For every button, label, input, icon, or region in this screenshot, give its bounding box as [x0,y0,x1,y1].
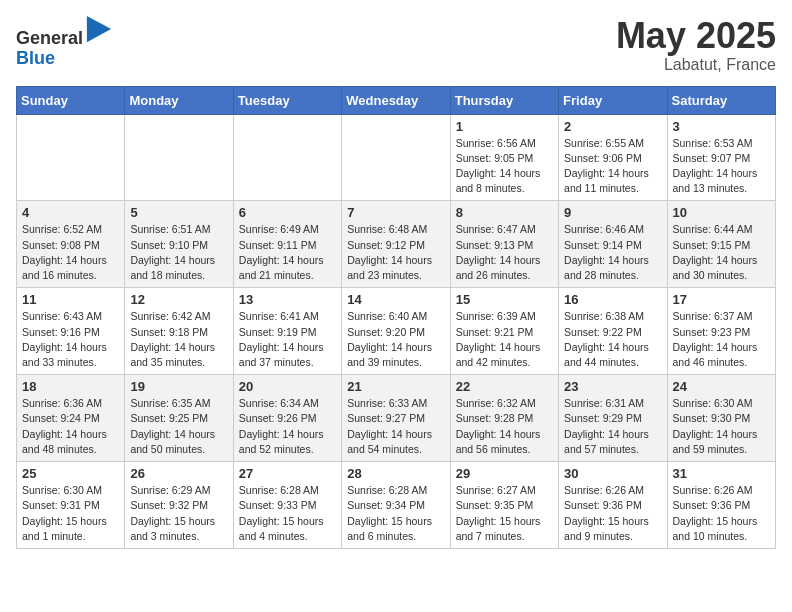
day-header-monday: Monday [125,86,233,114]
day-info: Sunrise: 6:29 AMSunset: 9:32 PMDaylight:… [130,483,227,544]
calendar-cell: 29Sunrise: 6:27 AMSunset: 9:35 PMDayligh… [450,462,558,549]
day-number: 22 [456,379,553,394]
calendar-cell: 21Sunrise: 6:33 AMSunset: 9:27 PMDayligh… [342,375,450,462]
month-title: May 2025 [616,16,776,56]
calendar-week-3: 11Sunrise: 6:43 AMSunset: 9:16 PMDayligh… [17,288,776,375]
calendar-cell: 8Sunrise: 6:47 AMSunset: 9:13 PMDaylight… [450,201,558,288]
day-info: Sunrise: 6:28 AMSunset: 9:34 PMDaylight:… [347,483,444,544]
day-number: 16 [564,292,661,307]
day-number: 24 [673,379,770,394]
calendar-week-2: 4Sunrise: 6:52 AMSunset: 9:08 PMDaylight… [17,201,776,288]
day-info: Sunrise: 6:30 AMSunset: 9:30 PMDaylight:… [673,396,770,457]
day-info: Sunrise: 6:32 AMSunset: 9:28 PMDaylight:… [456,396,553,457]
day-info: Sunrise: 6:44 AMSunset: 9:15 PMDaylight:… [673,222,770,283]
day-info: Sunrise: 6:47 AMSunset: 9:13 PMDaylight:… [456,222,553,283]
day-number: 4 [22,205,119,220]
day-info: Sunrise: 6:37 AMSunset: 9:23 PMDaylight:… [673,309,770,370]
day-number: 29 [456,466,553,481]
calendar-cell: 9Sunrise: 6:46 AMSunset: 9:14 PMDaylight… [559,201,667,288]
calendar-week-4: 18Sunrise: 6:36 AMSunset: 9:24 PMDayligh… [17,375,776,462]
calendar-cell [233,114,341,201]
day-number: 17 [673,292,770,307]
calendar-cell [342,114,450,201]
day-info: Sunrise: 6:52 AMSunset: 9:08 PMDaylight:… [22,222,119,283]
logo: General Blue [16,16,113,69]
calendar-cell: 10Sunrise: 6:44 AMSunset: 9:15 PMDayligh… [667,201,775,288]
calendar-cell: 2Sunrise: 6:55 AMSunset: 9:06 PMDaylight… [559,114,667,201]
day-number: 9 [564,205,661,220]
logo-blue-text: Blue [16,48,55,68]
calendar-cell: 27Sunrise: 6:28 AMSunset: 9:33 PMDayligh… [233,462,341,549]
day-info: Sunrise: 6:27 AMSunset: 9:35 PMDaylight:… [456,483,553,544]
calendar-cell: 11Sunrise: 6:43 AMSunset: 9:16 PMDayligh… [17,288,125,375]
day-number: 8 [456,205,553,220]
calendar-cell: 5Sunrise: 6:51 AMSunset: 9:10 PMDaylight… [125,201,233,288]
calendar-cell: 26Sunrise: 6:29 AMSunset: 9:32 PMDayligh… [125,462,233,549]
day-info: Sunrise: 6:46 AMSunset: 9:14 PMDaylight:… [564,222,661,283]
day-info: Sunrise: 6:48 AMSunset: 9:12 PMDaylight:… [347,222,444,283]
calendar-cell: 24Sunrise: 6:30 AMSunset: 9:30 PMDayligh… [667,375,775,462]
day-info: Sunrise: 6:38 AMSunset: 9:22 PMDaylight:… [564,309,661,370]
calendar-cell: 6Sunrise: 6:49 AMSunset: 9:11 PMDaylight… [233,201,341,288]
calendar-cell [17,114,125,201]
day-info: Sunrise: 6:53 AMSunset: 9:07 PMDaylight:… [673,136,770,197]
day-info: Sunrise: 6:49 AMSunset: 9:11 PMDaylight:… [239,222,336,283]
calendar-cell: 16Sunrise: 6:38 AMSunset: 9:22 PMDayligh… [559,288,667,375]
day-info: Sunrise: 6:30 AMSunset: 9:31 PMDaylight:… [22,483,119,544]
calendar-cell: 4Sunrise: 6:52 AMSunset: 9:08 PMDaylight… [17,201,125,288]
day-header-sunday: Sunday [17,86,125,114]
day-number: 11 [22,292,119,307]
calendar-week-5: 25Sunrise: 6:30 AMSunset: 9:31 PMDayligh… [17,462,776,549]
day-number: 5 [130,205,227,220]
day-number: 26 [130,466,227,481]
day-number: 18 [22,379,119,394]
day-info: Sunrise: 6:26 AMSunset: 9:36 PMDaylight:… [564,483,661,544]
calendar-table: SundayMondayTuesdayWednesdayThursdayFrid… [16,86,776,549]
calendar-cell: 18Sunrise: 6:36 AMSunset: 9:24 PMDayligh… [17,375,125,462]
day-header-saturday: Saturday [667,86,775,114]
day-header-wednesday: Wednesday [342,86,450,114]
day-header-friday: Friday [559,86,667,114]
day-header-thursday: Thursday [450,86,558,114]
day-info: Sunrise: 6:40 AMSunset: 9:20 PMDaylight:… [347,309,444,370]
calendar-cell: 3Sunrise: 6:53 AMSunset: 9:07 PMDaylight… [667,114,775,201]
logo-icon [85,16,113,44]
day-number: 7 [347,205,444,220]
calendar-week-1: 1Sunrise: 6:56 AMSunset: 9:05 PMDaylight… [17,114,776,201]
day-info: Sunrise: 6:28 AMSunset: 9:33 PMDaylight:… [239,483,336,544]
calendar-header-row: SundayMondayTuesdayWednesdayThursdayFrid… [17,86,776,114]
day-header-tuesday: Tuesday [233,86,341,114]
day-info: Sunrise: 6:33 AMSunset: 9:27 PMDaylight:… [347,396,444,457]
calendar-cell: 31Sunrise: 6:26 AMSunset: 9:36 PMDayligh… [667,462,775,549]
day-info: Sunrise: 6:42 AMSunset: 9:18 PMDaylight:… [130,309,227,370]
day-number: 2 [564,119,661,134]
day-number: 27 [239,466,336,481]
day-number: 23 [564,379,661,394]
day-number: 19 [130,379,227,394]
calendar-cell: 17Sunrise: 6:37 AMSunset: 9:23 PMDayligh… [667,288,775,375]
calendar-cell: 22Sunrise: 6:32 AMSunset: 9:28 PMDayligh… [450,375,558,462]
page-header: General Blue May 2025 Labatut, France [16,16,776,74]
day-info: Sunrise: 6:56 AMSunset: 9:05 PMDaylight:… [456,136,553,197]
day-number: 10 [673,205,770,220]
logo-general-text: General [16,28,83,48]
day-info: Sunrise: 6:51 AMSunset: 9:10 PMDaylight:… [130,222,227,283]
day-number: 1 [456,119,553,134]
calendar-cell: 25Sunrise: 6:30 AMSunset: 9:31 PMDayligh… [17,462,125,549]
day-info: Sunrise: 6:36 AMSunset: 9:24 PMDaylight:… [22,396,119,457]
day-info: Sunrise: 6:43 AMSunset: 9:16 PMDaylight:… [22,309,119,370]
calendar-cell: 28Sunrise: 6:28 AMSunset: 9:34 PMDayligh… [342,462,450,549]
location-title: Labatut, France [616,56,776,74]
title-block: May 2025 Labatut, France [616,16,776,74]
calendar-cell: 19Sunrise: 6:35 AMSunset: 9:25 PMDayligh… [125,375,233,462]
day-number: 31 [673,466,770,481]
day-number: 25 [22,466,119,481]
day-info: Sunrise: 6:39 AMSunset: 9:21 PMDaylight:… [456,309,553,370]
calendar-cell: 15Sunrise: 6:39 AMSunset: 9:21 PMDayligh… [450,288,558,375]
calendar-cell: 13Sunrise: 6:41 AMSunset: 9:19 PMDayligh… [233,288,341,375]
calendar-cell: 1Sunrise: 6:56 AMSunset: 9:05 PMDaylight… [450,114,558,201]
calendar-cell: 23Sunrise: 6:31 AMSunset: 9:29 PMDayligh… [559,375,667,462]
day-info: Sunrise: 6:26 AMSunset: 9:36 PMDaylight:… [673,483,770,544]
day-number: 20 [239,379,336,394]
day-number: 12 [130,292,227,307]
